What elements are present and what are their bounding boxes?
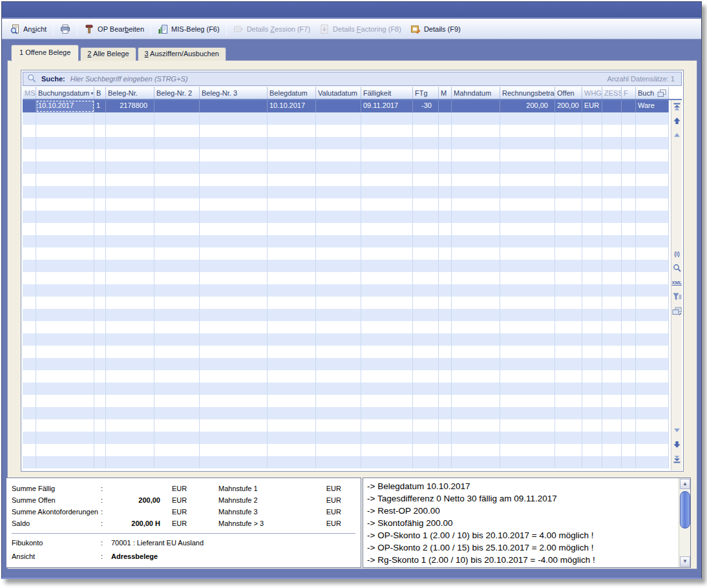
- column-header-ms[interactable]: MS: [23, 87, 36, 99]
- table-row-empty[interactable]: [23, 346, 669, 358]
- summary-label: Summe Fällig: [12, 485, 101, 492]
- scrollbar-thumb[interactable]: [680, 491, 690, 529]
- table-row-empty[interactable]: [23, 395, 669, 407]
- column-header-f[interactable]: F: [622, 87, 636, 99]
- table-row-empty[interactable]: [23, 235, 669, 247]
- record-indicator-icon[interactable]: (I): [672, 249, 682, 259]
- detail-line: -> Rest-OP 200.00: [367, 506, 673, 518]
- detail-line: -> Rg-Skonto 1 (2.00 / 10) bis 20.10.201…: [367, 555, 673, 567]
- column-header-ftg[interactable]: FTg: [413, 87, 439, 99]
- cell-beleg-nr-3[interactable]: [200, 100, 268, 112]
- tab-alle-belege[interactable]: 2 Alle Belege: [80, 47, 136, 61]
- tab-ausziffern-ausbuchen[interactable]: 3 Ausziffern/Ausbuchen: [138, 47, 226, 61]
- column-header-buch[interactable]: Buch: [636, 87, 669, 99]
- table-row-empty[interactable]: [23, 370, 669, 383]
- mahnstufe-currency: EUR: [326, 496, 341, 504]
- column-header-zess[interactable]: ZESS: [602, 87, 622, 99]
- row-down-icon[interactable]: [672, 425, 682, 436]
- column-header-valutadatum[interactable]: Valutadatum: [316, 87, 361, 99]
- mis-beleg-button[interactable]: MIS-Beleg (F6): [153, 21, 224, 37]
- table-row-empty[interactable]: [23, 260, 669, 272]
- cell-beleg-nr-2[interactable]: [154, 100, 200, 112]
- tab-offene-belege[interactable]: 1 Offene Belege: [11, 45, 79, 61]
- cell-ms[interactable]: [23, 100, 36, 112]
- column-header-falligkeit[interactable]: Fälligkeit: [361, 87, 413, 99]
- table-row-empty[interactable]: [23, 162, 669, 174]
- column-header-buchungsdatum[interactable]: Buchungsdatum▾: [36, 87, 94, 99]
- scroll-bottom-icon[interactable]: [672, 454, 682, 464]
- table-row-empty[interactable]: [23, 407, 669, 419]
- table-row-empty[interactable]: [23, 383, 669, 395]
- table-row-empty[interactable]: [23, 223, 669, 235]
- xml-export-icon[interactable]: XML: [672, 277, 682, 288]
- details-button[interactable]: Details (F9): [406, 21, 465, 37]
- cell-offen[interactable]: 200,00: [555, 100, 582, 112]
- column-header-belegdatum[interactable]: Belegdatum: [268, 87, 316, 99]
- table-row-empty[interactable]: [23, 211, 669, 223]
- table-row-empty[interactable]: [23, 297, 669, 309]
- row-up-icon[interactable]: [672, 130, 682, 140]
- page-up-icon[interactable]: [672, 116, 682, 126]
- details-scrollbar[interactable]: ▲ ▼: [679, 478, 690, 567]
- page-down-icon[interactable]: [672, 439, 682, 450]
- table-row-empty[interactable]: [23, 321, 669, 333]
- mis-beleg-label: MIS-Beleg (F6): [171, 25, 220, 33]
- ansicht-button[interactable]: Ansicht: [5, 21, 51, 37]
- column-header-b[interactable]: B: [94, 87, 106, 99]
- table-row-empty[interactable]: [23, 456, 669, 468]
- table-row-empty[interactable]: [23, 358, 669, 370]
- scroll-top-icon[interactable]: [672, 101, 682, 112]
- cell-zess[interactable]: [602, 100, 622, 112]
- column-header-mahndatum[interactable]: Mahndatum: [452, 87, 500, 99]
- column-header-whg[interactable]: WHG: [582, 87, 602, 99]
- search-icon: [27, 74, 37, 84]
- column-header-beleg-nr[interactable]: Beleg-Nr.: [106, 87, 154, 99]
- table-row-empty[interactable]: [23, 272, 669, 284]
- cell-falligkeit[interactable]: 09.11.2017: [361, 100, 413, 112]
- cell-ftg[interactable]: -30: [413, 100, 439, 112]
- columns-icon[interactable]: [672, 306, 682, 316]
- zoom-icon[interactable]: [672, 263, 682, 273]
- cell-f[interactable]: [622, 100, 636, 112]
- cell-whg[interactable]: EUR: [582, 100, 602, 112]
- open-items-grid-container: Suche: Anzahl Datensätze: 1 MSBuchungsda…: [21, 70, 684, 472]
- detail-line: -> Belegdatum 10.10.2017: [367, 481, 673, 494]
- cell-m[interactable]: [439, 100, 452, 112]
- table-row-empty[interactable]: [23, 198, 669, 211]
- cell-mahndatum[interactable]: [452, 100, 500, 112]
- search-input[interactable]: [69, 74, 604, 83]
- table-row-empty[interactable]: [23, 444, 669, 456]
- scroll-up-button[interactable]: ▲: [680, 479, 690, 489]
- table-row-empty[interactable]: [23, 309, 669, 321]
- table-row-empty[interactable]: [23, 112, 669, 125]
- table-row-empty[interactable]: [23, 137, 669, 149]
- table-row-empty[interactable]: [23, 284, 669, 297]
- table-row-empty[interactable]: [23, 333, 669, 346]
- table-row-selected[interactable]: 10.10.20171217880010.10.201709.11.2017-3…: [23, 100, 669, 112]
- column-header-rechnungsbetrag[interactable]: Rechnungsbetrag: [500, 87, 555, 99]
- cell-b[interactable]: 1: [94, 100, 106, 112]
- cell-buch[interactable]: Ware: [636, 100, 669, 112]
- cell-valutadatum[interactable]: [316, 100, 361, 112]
- copy-icon[interactable]: [657, 89, 666, 98]
- print-button[interactable]: [56, 21, 75, 37]
- summary-value: 200,00 H: [110, 520, 164, 527]
- cell-belegdatum[interactable]: 10.10.2017: [268, 100, 316, 112]
- op-bearbeiten-button[interactable]: OP Bearbeiten: [79, 21, 149, 37]
- table-row-empty[interactable]: [23, 419, 669, 432]
- scroll-down-button[interactable]: ▼: [680, 556, 690, 567]
- table-row-empty[interactable]: [23, 186, 669, 198]
- column-header-beleg-nr-2[interactable]: Beleg-Nr. 2: [154, 87, 200, 99]
- column-header-beleg-nr-3[interactable]: Beleg-Nr. 3: [200, 87, 268, 99]
- table-row-empty[interactable]: [23, 125, 669, 137]
- cell-rechnungsbetrag[interactable]: 200,00: [500, 100, 555, 112]
- filter-icon[interactable]: [672, 291, 682, 302]
- table-row-empty[interactable]: [23, 432, 669, 444]
- cell-buchungsdatum[interactable]: 10.10.2017: [36, 100, 94, 112]
- table-row-empty[interactable]: [23, 174, 669, 186]
- column-header-offen[interactable]: Offen: [555, 87, 582, 99]
- cell-beleg-nr[interactable]: 2178800: [106, 100, 154, 112]
- column-header-m[interactable]: M: [439, 87, 452, 99]
- table-row-empty[interactable]: [23, 247, 669, 260]
- table-row-empty[interactable]: [23, 149, 669, 162]
